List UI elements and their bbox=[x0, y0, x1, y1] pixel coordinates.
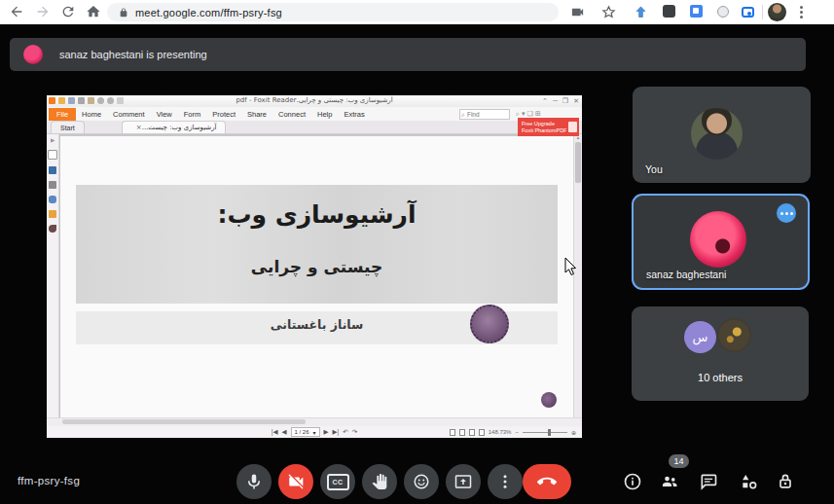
doc-tab-start[interactable]: Start bbox=[51, 121, 85, 133]
address-bar[interactable]: meet.google.com/ffm-psry-fsg bbox=[107, 3, 559, 21]
chat-button[interactable] bbox=[699, 472, 718, 491]
extension-box-icon[interactable] bbox=[742, 7, 754, 18]
facing-view-icon[interactable] bbox=[469, 429, 475, 436]
microphone-icon bbox=[245, 473, 263, 490]
doc-tab-close-icon[interactable]: × bbox=[136, 124, 142, 131]
tab-extras[interactable]: Extras bbox=[338, 108, 370, 121]
ribbon-view-icons[interactable]: ⌕▾❏⊞ bbox=[516, 110, 543, 118]
reload-icon[interactable] bbox=[60, 4, 76, 19]
sidebar-expand-icon[interactable] bbox=[51, 138, 55, 143]
page-dropdown-icon[interactable]: ▾ bbox=[313, 429, 316, 436]
foxit-status-bar: |◀ ◀ 1 / 26 ▾ ▶ ▶| ↶ ↷ 148.73% − ⊕ bbox=[47, 426, 582, 438]
end-call-button[interactable] bbox=[523, 464, 571, 499]
present-button[interactable] bbox=[446, 464, 481, 499]
tab-share[interactable]: Share bbox=[241, 108, 272, 121]
translate-extension-icon[interactable] bbox=[690, 5, 703, 18]
lock-icon bbox=[119, 8, 128, 18]
first-page-icon[interactable]: |◀ bbox=[272, 428, 278, 436]
security-panel-icon[interactable] bbox=[49, 210, 56, 218]
next-view-icon[interactable]: ↷ bbox=[352, 428, 357, 436]
camera-off-button[interactable] bbox=[278, 464, 313, 499]
signature-panel-icon[interactable] bbox=[49, 225, 56, 233]
tab-comment[interactable]: Comment bbox=[107, 108, 151, 121]
attachments-panel-icon[interactable] bbox=[49, 196, 56, 203]
you-avatar bbox=[691, 108, 743, 160]
minimize-icon[interactable]: ─ bbox=[553, 96, 558, 106]
continuous-facing-view-icon[interactable] bbox=[479, 429, 485, 436]
zoom-in-icon[interactable]: ⊕ bbox=[571, 429, 576, 436]
presenter-tile-avatar bbox=[690, 211, 746, 268]
bookmark-star-icon[interactable] bbox=[601, 5, 616, 19]
tile-options-icon[interactable] bbox=[777, 203, 796, 223]
vertical-scrollbar[interactable]: ▴ bbox=[573, 134, 582, 418]
phantompdf-promo-button[interactable]: Free Upgrade Foxit PhantomPDF bbox=[518, 118, 579, 136]
participant-tile-presenter[interactable]: sanaz baghestani bbox=[632, 194, 810, 290]
bookmarks-panel-icon[interactable] bbox=[48, 150, 57, 160]
zoom-slider[interactable] bbox=[523, 432, 567, 433]
single-page-view-icon[interactable] bbox=[450, 429, 455, 436]
open-file-icon[interactable] bbox=[58, 97, 65, 104]
meeting-details-button[interactable] bbox=[623, 472, 642, 491]
browser-menu-icon[interactable] bbox=[800, 6, 803, 20]
restore-icon[interactable]: ❐ bbox=[562, 96, 568, 106]
reactions-button[interactable] bbox=[404, 464, 439, 499]
redo-icon[interactable] bbox=[107, 97, 114, 104]
continuous-view-icon[interactable] bbox=[459, 429, 465, 436]
page-number-box[interactable]: 1 / 26 ▾ bbox=[291, 427, 320, 437]
email-icon[interactable] bbox=[88, 97, 94, 104]
captions-icon-text: CC bbox=[332, 479, 343, 486]
captions-button[interactable]: CC bbox=[320, 464, 355, 499]
print-icon[interactable] bbox=[78, 97, 85, 104]
tab-help[interactable]: Help bbox=[311, 108, 338, 121]
previous-page-icon[interactable]: ◀ bbox=[282, 428, 287, 436]
presenting-text: sanaz baghestani is presenting bbox=[59, 49, 207, 60]
participant-tile-others[interactable]: س 10 others bbox=[632, 306, 809, 401]
participant-tile-you[interactable]: You bbox=[633, 87, 811, 183]
tab-protect[interactable]: Protect bbox=[206, 108, 241, 121]
participants-button[interactable] bbox=[660, 472, 679, 491]
tab-view[interactable]: View bbox=[151, 108, 178, 121]
horizontal-scrollbar[interactable] bbox=[47, 417, 582, 426]
extension-arrow-icon[interactable] bbox=[634, 5, 648, 19]
others-avatar-letter: س bbox=[684, 321, 716, 353]
tab-form[interactable]: Form bbox=[178, 108, 207, 121]
find-box[interactable]: ⌕ bbox=[459, 109, 510, 120]
zoom-out-icon[interactable]: − bbox=[515, 429, 519, 435]
extension-dark-icon[interactable] bbox=[663, 5, 675, 18]
horizontal-scrollbar-thumb[interactable] bbox=[62, 419, 306, 424]
slide-logo-stamp bbox=[470, 305, 509, 343]
close-icon[interactable]: ✕ bbox=[573, 96, 579, 106]
save-icon[interactable] bbox=[68, 97, 75, 104]
layers-panel-icon[interactable] bbox=[49, 181, 56, 189]
more-options-icon bbox=[496, 473, 514, 490]
more-options-button[interactable] bbox=[488, 464, 523, 499]
extension-circle-icon[interactable] bbox=[717, 6, 729, 18]
quick-access-more-icon[interactable] bbox=[117, 97, 124, 104]
tab-home[interactable]: Home bbox=[76, 108, 107, 121]
foxit-navigation-sidebar bbox=[47, 134, 59, 418]
pages-panel-icon[interactable] bbox=[49, 166, 56, 174]
ribbon-collapse-icon[interactable]: ⌃ bbox=[542, 96, 548, 106]
previous-view-icon[interactable]: ↶ bbox=[343, 428, 347, 436]
foxit-app-icon[interactable] bbox=[49, 97, 55, 104]
back-icon[interactable] bbox=[9, 4, 24, 19]
camera-off-icon bbox=[287, 473, 305, 490]
undo-icon[interactable] bbox=[97, 97, 104, 104]
doc-tab-document[interactable]: آرشیوسازی وب: چیست... × bbox=[122, 121, 227, 133]
profile-avatar[interactable] bbox=[768, 3, 786, 21]
activities-button[interactable] bbox=[740, 472, 759, 491]
tab-file[interactable]: File bbox=[49, 108, 76, 121]
forward-icon[interactable] bbox=[35, 4, 51, 19]
microphone-button[interactable] bbox=[236, 464, 272, 499]
host-controls-button[interactable] bbox=[776, 472, 795, 491]
doc-tab-document-label: آرشیوسازی وب: چیست... bbox=[142, 124, 217, 131]
zoom-slider-thumb[interactable] bbox=[548, 429, 551, 436]
home-icon[interactable] bbox=[86, 4, 101, 19]
tab-connect[interactable]: Connect bbox=[272, 108, 311, 121]
foxit-quick-access-toolbar bbox=[49, 97, 124, 104]
find-input[interactable] bbox=[465, 111, 506, 118]
last-page-icon[interactable]: ▶| bbox=[333, 428, 340, 436]
raise-hand-button[interactable] bbox=[362, 464, 397, 499]
vertical-scrollbar-thumb[interactable] bbox=[575, 142, 581, 183]
next-page-icon[interactable]: ▶ bbox=[324, 428, 329, 436]
